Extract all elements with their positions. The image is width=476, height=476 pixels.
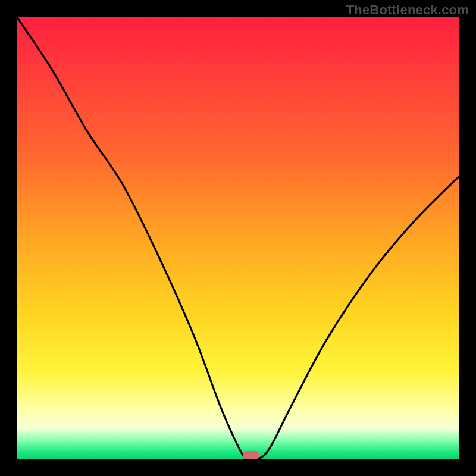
- plot-area: [17, 17, 459, 459]
- optimum-marker: [243, 451, 259, 459]
- chart-frame: TheBottleneck.com: [0, 0, 476, 476]
- watermark-text: TheBottleneck.com: [346, 2, 469, 18]
- bottleneck-curve: [17, 17, 459, 459]
- curve-path: [17, 17, 459, 461]
